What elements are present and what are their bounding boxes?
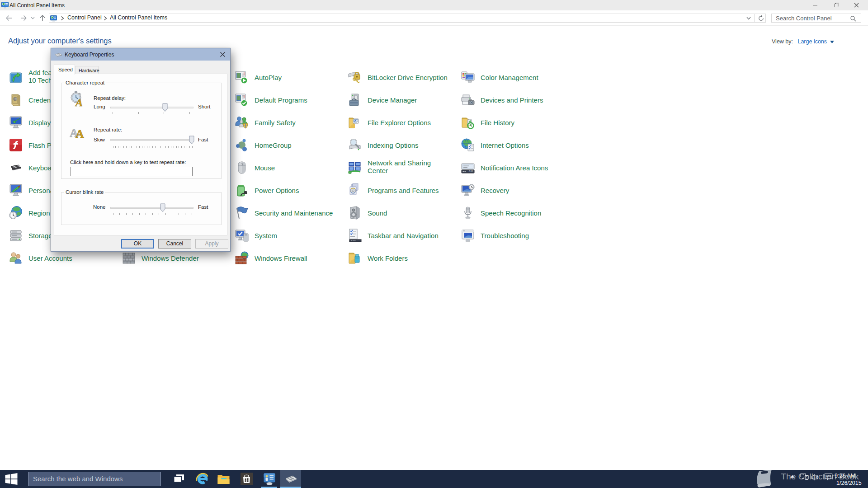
svg-text:A: A xyxy=(75,97,83,107)
svg-text:A: A xyxy=(75,127,84,139)
svg-text:0:00: 0:00 xyxy=(469,170,473,173)
